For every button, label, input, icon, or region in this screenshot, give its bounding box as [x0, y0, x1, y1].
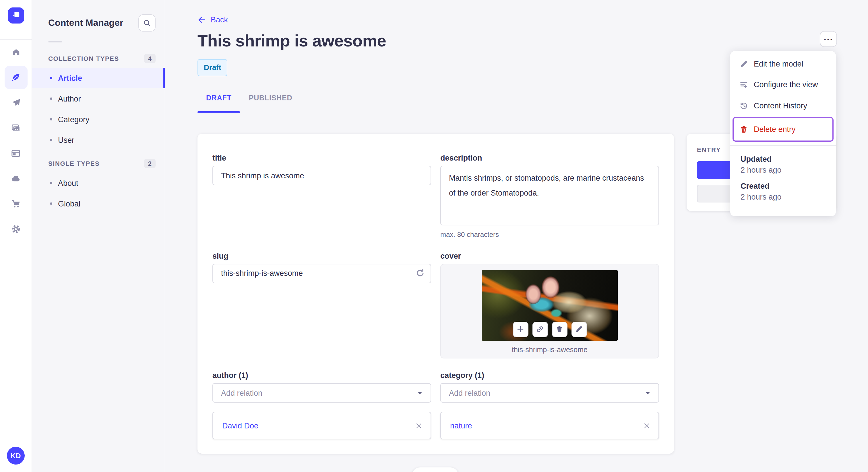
content-type-builder-icon[interactable]: [4, 142, 27, 165]
author-relation-item: David Doe: [212, 412, 431, 440]
delete-asset-button[interactable]: [552, 322, 567, 337]
releases-plane-icon[interactable]: [4, 91, 27, 114]
cover-image[interactable]: [482, 270, 618, 340]
author-field: author (1) Add relation David Doe: [212, 371, 431, 440]
sidebar-item-category[interactable]: Category: [32, 109, 165, 130]
single-types-section: SINGLE TYPES 2 About Global: [32, 158, 165, 214]
cover-actions-toolbar: [513, 322, 587, 337]
edit-asset-button[interactable]: [571, 322, 587, 337]
close-icon: [643, 422, 650, 430]
cover-field: cover: [440, 251, 659, 359]
category-field: category (1) Add relation nature: [440, 371, 659, 440]
sidebar-item-user[interactable]: User: [32, 130, 165, 150]
status-badge: Draft: [197, 59, 228, 76]
delete-entry-highlight-outline: Delete entry: [733, 117, 834, 141]
sidebar-item-article[interactable]: Article: [32, 68, 165, 88]
entry-timestamps: Updated 2 hours ago Created 2 hours ago: [730, 145, 836, 216]
cover-asset-box: this-shrimp-is-awesome: [440, 264, 659, 358]
sidebar-item-global[interactable]: Global: [32, 193, 165, 214]
tab-published[interactable]: PUBLISHED: [240, 94, 301, 113]
trash-icon: [739, 125, 748, 133]
slug-field: slug: [212, 251, 431, 359]
edit-asset-icon: [575, 325, 583, 333]
menu-item-label: Delete entry: [754, 125, 796, 133]
bullet-icon: [50, 77, 52, 79]
category-relation-item: nature: [440, 412, 659, 440]
more-actions-menu: Edit the model Configure the view Conten…: [730, 51, 836, 216]
single-types-count-badge: 2: [144, 159, 156, 168]
regenerate-slug-button[interactable]: [415, 268, 425, 278]
search-button[interactable]: [138, 14, 156, 32]
sidebar-item-about[interactable]: About: [32, 173, 165, 193]
copy-link-icon: [536, 325, 544, 333]
menu-item-label: Content History: [754, 102, 807, 110]
user-avatar[interactable]: KD: [7, 447, 25, 465]
chevron-down-icon: [416, 390, 424, 397]
subnav-divider: [48, 41, 62, 42]
slug-label: slug: [212, 251, 431, 260]
description-helper: max. 80 characters: [440, 231, 659, 239]
slug-input[interactable]: [212, 264, 431, 283]
bullet-icon: [50, 182, 52, 184]
menu-item-delete-entry[interactable]: Delete entry: [734, 118, 832, 140]
close-icon: [415, 422, 423, 430]
back-label: Back: [211, 15, 228, 24]
updated-value: 2 hours ago: [741, 165, 826, 174]
more-actions-button[interactable]: ...: [820, 31, 837, 47]
menu-item-configure-the-view[interactable]: Configure the view: [730, 74, 836, 95]
remove-relation-button[interactable]: [643, 422, 650, 430]
add-asset-icon: [516, 325, 524, 333]
add-asset-button[interactable]: [513, 322, 528, 337]
content-manager-feather-icon[interactable]: [4, 66, 27, 89]
marketplace-cart-icon[interactable]: [4, 192, 27, 215]
bottom-floating-pill[interactable]: [412, 467, 459, 472]
app-window: KD Content Manager COLLECTION TYPES 4 Ar…: [0, 0, 868, 472]
settings-gear-icon[interactable]: [4, 217, 27, 240]
collection-types-count-badge: 4: [144, 54, 156, 63]
menu-item-content-history[interactable]: Content History: [730, 95, 836, 116]
created-value: 2 hours ago: [741, 193, 826, 201]
list-plus-icon: [739, 80, 748, 89]
sidebar-item-label: Author: [58, 94, 81, 103]
author-label: author (1): [212, 371, 431, 380]
collection-types-label: COLLECTION TYPES: [48, 55, 119, 62]
pencil-icon: [739, 60, 748, 68]
author-relation-select[interactable]: Add relation: [212, 383, 431, 403]
entry-form-card: title description Mantis shrimps, or sto…: [197, 134, 674, 453]
menu-item-edit-the-model[interactable]: Edit the model: [730, 53, 836, 74]
back-link[interactable]: Back: [197, 15, 228, 24]
category-label: category (1): [440, 371, 659, 380]
version-tabs: DRAFT PUBLISHED: [197, 94, 301, 113]
description-textarea[interactable]: Mantis shrimps, or stomatopods, are mari…: [440, 166, 659, 225]
bullet-icon: [50, 118, 52, 121]
content-manager-subnav: Content Manager COLLECTION TYPES 4 Artic…: [32, 0, 165, 472]
regenerate-icon: [415, 268, 425, 278]
relation-link-david-doe[interactable]: David Doe: [222, 422, 258, 430]
single-types-label: SINGLE TYPES: [48, 160, 100, 167]
main-nav-rail: KD: [0, 0, 32, 472]
bullet-icon: [50, 139, 52, 141]
description-field: description Mantis shrimps, or stomatopo…: [440, 154, 659, 239]
sidebar-item-label: User: [58, 136, 74, 144]
relation-link-nature[interactable]: nature: [450, 422, 472, 430]
remove-relation-button[interactable]: [415, 422, 423, 430]
category-relation-select[interactable]: Add relation: [440, 383, 659, 403]
deploy-cloud-icon[interactable]: [4, 167, 27, 190]
category-select-placeholder: Add relation: [449, 389, 490, 398]
home-icon[interactable]: [4, 41, 27, 64]
created-label: Created: [741, 181, 826, 190]
menu-item-label: Configure the view: [754, 80, 818, 89]
sidebar-item-label: Article: [58, 74, 82, 82]
media-library-icon[interactable]: [4, 116, 27, 139]
chevron-down-icon: [644, 390, 652, 397]
delete-asset-icon: [555, 325, 563, 333]
sidebar-item-label: Category: [58, 115, 90, 124]
history-icon: [739, 102, 748, 110]
sidebar-item-author[interactable]: Author: [32, 88, 165, 109]
title-input[interactable]: [212, 166, 431, 185]
tab-draft[interactable]: DRAFT: [197, 94, 240, 113]
title-field: title: [212, 154, 431, 239]
copy-link-button[interactable]: [532, 322, 548, 337]
strapi-logo[interactable]: [8, 7, 24, 24]
bullet-icon: [50, 202, 52, 205]
